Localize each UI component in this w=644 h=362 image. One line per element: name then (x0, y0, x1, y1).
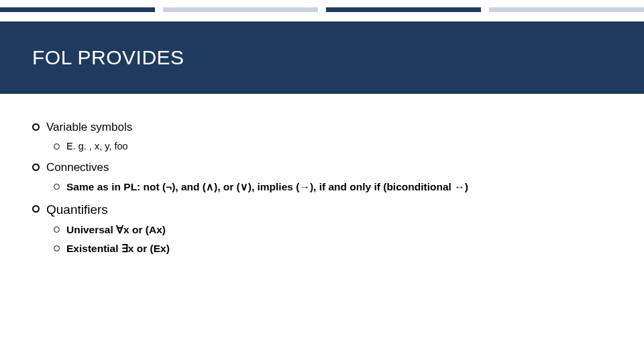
item-label: Variable symbols (46, 121, 132, 134)
bullet-icon (54, 184, 60, 190)
stripe-seg (0, 7, 155, 12)
title-band: FOL PROVIDES (0, 21, 644, 94)
item-label: Existential ∃x or (Ex) (66, 243, 170, 255)
list-item: Same as in PL: not (¬), and (∧), or (∨),… (54, 181, 631, 193)
stripe-seg (326, 7, 481, 12)
item-label: Quantifiers (46, 202, 108, 217)
list-item: Universal ∀x or (Ax) (54, 224, 631, 236)
bullet-icon (32, 123, 40, 131)
bullet-icon (54, 245, 60, 251)
item-label: E. g. , x, y, foo (66, 141, 128, 152)
list-item: Quantifiers Universal ∀x or (Ax) Existen… (32, 202, 631, 255)
item-label: Connectives (46, 161, 109, 174)
bullet-icon (32, 205, 40, 213)
list-item: Variable symbols E. g. , x, y, foo (32, 121, 631, 152)
list-item: Connectives Same as in PL: not (¬), and … (32, 161, 631, 193)
stripe-seg (163, 7, 318, 12)
bullet-icon (54, 227, 60, 233)
bullet-icon (54, 143, 60, 149)
bullet-icon (32, 164, 40, 171)
stripe-seg (489, 7, 644, 12)
list-item: E. g. , x, y, foo (54, 141, 631, 152)
slide-title: FOL PROVIDES (32, 46, 184, 69)
top-accent-stripe (0, 7, 644, 12)
item-label: Universal ∀x or (Ax) (66, 224, 166, 236)
item-label: Same as in PL: not (¬), and (∧), or (∨),… (66, 181, 468, 193)
list-item: Existential ∃x or (Ex) (54, 243, 631, 255)
slide-content: Variable symbols E. g. , x, y, foo Conne… (32, 121, 631, 264)
